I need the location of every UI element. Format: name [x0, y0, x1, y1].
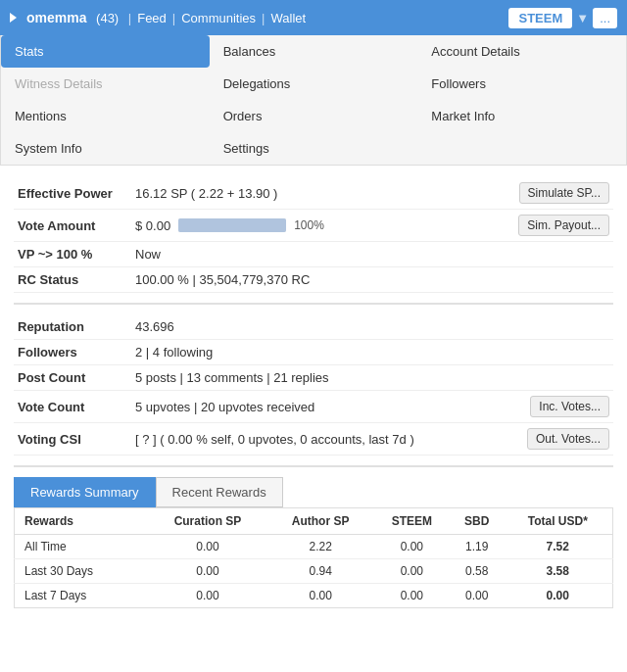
rewards-row-author-sp: 0.94: [268, 559, 373, 584]
post-count-row: Post Count 5 posts | 13 comments | 21 re…: [14, 365, 613, 391]
main-content: Effective Power 16.12 SP ( 2.22 + 13.90 …: [0, 166, 627, 608]
voting-csi-row: Voting CSI [ ? ] ( 0.00 % self, 0 upvote…: [14, 423, 613, 456]
menu-item-orders[interactable]: Orders: [210, 100, 418, 132]
menu-item-balances[interactable]: Balances: [210, 35, 418, 68]
vp-row: VP ~> 100 % Now: [14, 242, 613, 267]
nav-wallet-link[interactable]: Wallet: [270, 11, 306, 25]
effective-power-label: Effective Power: [14, 177, 131, 210]
rewards-row-label: All Time: [15, 535, 148, 559]
menu-item-stats[interactable]: Stats: [1, 35, 210, 68]
followers-action: [498, 340, 613, 365]
vote-amount-label: Vote Amount: [14, 210, 131, 242]
sim-payout-button[interactable]: Sim. Payout...: [518, 215, 609, 236]
nav-sep-3: |: [262, 11, 265, 25]
vp-value: Now: [131, 242, 453, 267]
vote-bar-fill: [178, 218, 286, 232]
vote-amount-row: Vote Amount $ 0.00 100% Sim. Payout...: [14, 210, 613, 242]
menu-col-1: Stats Witness Details Mentions System In…: [1, 35, 210, 165]
simulate-sp-button[interactable]: Simulate SP...: [519, 182, 609, 204]
rewards-row-curation-sp: 0.00: [147, 584, 267, 608]
rewards-tabs: Rewards Summary Recent Rewards: [14, 477, 613, 507]
rewards-col-steem: STEEM: [373, 508, 451, 535]
voting-csi-value: [ ? ] ( 0.00 % self, 0 upvotes, 0 accoun…: [131, 423, 498, 456]
rewards-row-sbd: 1.19: [451, 535, 504, 559]
rewards-row-total-usd: 7.52: [504, 535, 613, 559]
post-count-action: [498, 365, 613, 391]
rewards-row-total-usd: 3.58: [504, 559, 613, 584]
stats-table: Effective Power 16.12 SP ( 2.22 + 13.90 …: [14, 177, 613, 293]
voting-csi-label: Voting CSI: [14, 423, 131, 456]
menu-item-followers[interactable]: Followers: [417, 68, 626, 100]
menu-item-market-info[interactable]: Market Info: [417, 100, 626, 132]
rewards-row-curation-sp: 0.00: [147, 535, 267, 559]
reputation-value: 43.696: [131, 314, 498, 340]
rewards-col-curation-sp: Curation SP: [147, 508, 267, 535]
nav-communities-link[interactable]: Communities: [181, 11, 256, 25]
effective-power-value: 16.12 SP ( 2.22 + 13.90 ): [131, 177, 453, 210]
rewards-col-total-usd: Total USD*: [504, 508, 613, 535]
vote-dollar: $ 0.00: [135, 218, 170, 233]
rewards-row-author-sp: 0.00: [268, 584, 373, 608]
nav-username[interactable]: omemma: [26, 10, 86, 25]
reputation-row: Reputation 43.696: [14, 314, 613, 340]
rewards-row-sbd: 0.00: [451, 584, 504, 608]
menu-item-settings[interactable]: Settings: [210, 132, 418, 165]
menu-item-account-details[interactable]: Account Details: [417, 35, 626, 68]
vp-label: VP ~> 100 %: [14, 242, 131, 267]
top-nav: omemma (43) | Feed | Communities | Walle…: [0, 0, 627, 35]
menu-item-witness-details[interactable]: Witness Details: [1, 68, 210, 100]
menu-item-mentions[interactable]: Mentions: [1, 100, 210, 132]
followers-label: Followers: [14, 340, 131, 365]
rewards-row-sbd: 0.58: [451, 559, 504, 584]
rewards-row-curation-sp: 0.00: [147, 559, 267, 584]
dropdown-triangle-icon[interactable]: [10, 13, 17, 23]
vp-action: [453, 242, 613, 267]
rewards-col-author-sp: Author SP: [268, 508, 373, 535]
rewards-header-row: Rewards Curation SP Author SP STEEM SBD …: [15, 508, 613, 535]
inc-votes-button[interactable]: Inc. Votes...: [530, 396, 609, 417]
menu-col-3: Account Details Followers Market Info: [417, 35, 626, 165]
steem-arrow: ▼: [576, 11, 589, 25]
section-separator-1: [14, 303, 613, 305]
nav-feed-link[interactable]: Feed: [137, 11, 167, 25]
menu-item-system-info[interactable]: System Info: [1, 132, 210, 165]
voting-csi-action: Out. Votes...: [498, 423, 613, 456]
vote-amount-value: $ 0.00 100%: [131, 210, 453, 242]
vote-count-value: 5 upvotes | 20 upvotes received: [131, 391, 498, 423]
menu-item-delegations[interactable]: Delegations: [210, 68, 418, 100]
vote-count-label: Vote Count: [14, 391, 131, 423]
followers-row: Followers 2 | 4 following: [14, 340, 613, 365]
nav-left: omemma (43) | Feed | Communities | Walle…: [10, 10, 508, 25]
rewards-row-steem: 0.00: [373, 535, 451, 559]
vote-progress-bar: [178, 218, 286, 232]
dropdown-menu: Stats Witness Details Mentions System In…: [0, 35, 627, 166]
rewards-row-2: Last 7 Days 0.00 0.00 0.00 0.00 0.00: [15, 584, 613, 608]
reputation-label: Reputation: [14, 314, 131, 340]
rewards-summary-tab[interactable]: Rewards Summary: [14, 477, 156, 507]
rewards-col-sbd: SBD: [451, 508, 504, 535]
nav-sep-2: |: [172, 11, 175, 25]
followers-value: 2 | 4 following: [131, 340, 498, 365]
rc-status-label: RC Status: [14, 267, 131, 293]
post-count-value: 5 posts | 13 comments | 21 replies: [131, 365, 498, 391]
vote-pct-label: 100%: [294, 218, 324, 232]
recent-rewards-tab[interactable]: Recent Rewards: [156, 477, 283, 507]
out-votes-button[interactable]: Out. Votes...: [527, 428, 609, 450]
effective-power-action: Simulate SP...: [453, 177, 613, 210]
menu-col-2: Balances Delegations Orders Settings: [210, 35, 418, 165]
nav-reputation: (43): [92, 11, 121, 25]
rewards-row-steem: 0.00: [373, 584, 451, 608]
steem-button[interactable]: STEEM: [508, 8, 572, 28]
rewards-row-label: Last 7 Days: [15, 584, 148, 608]
vote-amount-action: Sim. Payout...: [453, 210, 613, 242]
nav-sep-1: |: [128, 11, 131, 25]
vote-count-row: Vote Count 5 upvotes | 20 upvotes receiv…: [14, 391, 613, 423]
rewards-row-0: All Time 0.00 2.22 0.00 1.19 7.52: [15, 535, 613, 559]
rc-status-row: RC Status 100.00 % | 35,504,779,370 RC: [14, 267, 613, 293]
rc-status-action: [453, 267, 613, 293]
stats-table-2: Reputation 43.696 Followers 2 | 4 follow…: [14, 314, 613, 456]
rewards-row-1: Last 30 Days 0.00 0.94 0.00 0.58 3.58: [15, 559, 613, 584]
section-separator-2: [14, 465, 613, 467]
rewards-row-label: Last 30 Days: [15, 559, 148, 584]
more-options-button[interactable]: ...: [593, 8, 617, 28]
